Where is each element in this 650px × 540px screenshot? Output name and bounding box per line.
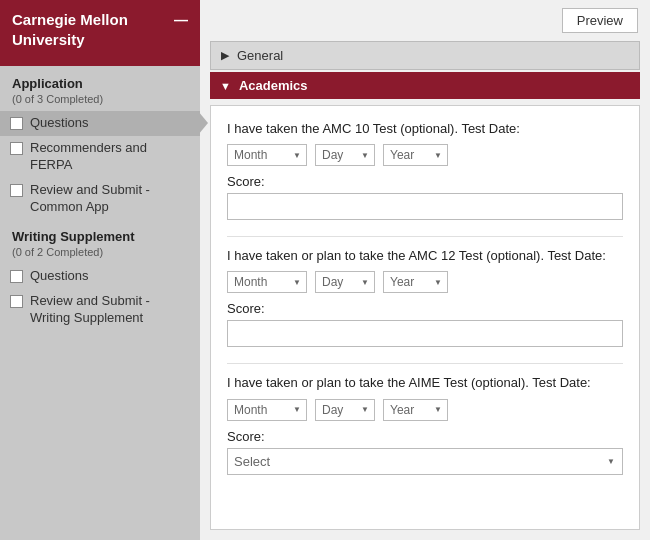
sidebar-item-review-writing[interactable]: Review and Submit - Writing Supplement bbox=[0, 289, 200, 331]
amc10-score-label: Score: bbox=[227, 174, 623, 189]
sidebar-item-label: Questions bbox=[30, 268, 89, 285]
amc12-year-wrap: Year bbox=[383, 271, 448, 293]
amc12-label: I have taken or plan to take the AMC 12 … bbox=[227, 247, 623, 265]
amc12-date-row: Month Day Year bbox=[227, 271, 623, 293]
sidebar: Carnegie Mellon University — Application… bbox=[0, 0, 200, 540]
amc12-block: I have taken or plan to take the AMC 12 … bbox=[227, 247, 623, 347]
general-section-label: General bbox=[237, 48, 283, 63]
writing-supplement-subtitle: (0 of 2 Completed) bbox=[0, 246, 200, 264]
sidebar-item-label: Review and Submit - Writing Supplement bbox=[30, 293, 188, 327]
academics-section-label: Academics bbox=[239, 78, 308, 93]
amc10-day-wrap: Day bbox=[315, 144, 375, 166]
application-section-title: Application bbox=[0, 66, 200, 93]
checkbox-writing-questions[interactable] bbox=[10, 270, 23, 283]
amc12-month-wrap: Month bbox=[227, 271, 307, 293]
general-accordion-header[interactable]: ▶ General bbox=[210, 41, 640, 70]
aime-year-wrap: Year bbox=[383, 399, 448, 421]
preview-button[interactable]: Preview bbox=[562, 8, 638, 33]
amc10-block: I have taken the AMC 10 Test (optional).… bbox=[227, 120, 623, 220]
amc10-month-select[interactable]: Month bbox=[227, 144, 307, 166]
amc10-label: I have taken the AMC 10 Test (optional).… bbox=[227, 120, 623, 138]
amc10-year-select[interactable]: Year bbox=[383, 144, 448, 166]
sidebar-item-label: Review and Submit - Common App bbox=[30, 182, 188, 216]
sidebar-item-review-common[interactable]: Review and Submit - Common App bbox=[0, 178, 200, 220]
aime-score-select-wrap: Select bbox=[227, 448, 623, 475]
application-section-subtitle: (0 of 3 Completed) bbox=[0, 93, 200, 111]
aime-label: I have taken or plan to take the AIME Te… bbox=[227, 374, 623, 392]
aime-date-row: Month Day Year bbox=[227, 399, 623, 421]
amc12-month-select[interactable]: Month bbox=[227, 271, 307, 293]
checkbox-review-writing[interactable] bbox=[10, 295, 23, 308]
main-content: Preview ▶ General ▼ Academics I have tak… bbox=[200, 0, 650, 540]
academics-accordion-header[interactable]: ▼ Academics bbox=[210, 72, 640, 99]
sidebar-item-label: Recommenders and FERPA bbox=[30, 140, 188, 174]
amc10-year-wrap: Year bbox=[383, 144, 448, 166]
academics-arrow-icon: ▼ bbox=[220, 80, 231, 92]
checkbox-review-common[interactable] bbox=[10, 184, 23, 197]
amc12-score-input[interactable] bbox=[227, 320, 623, 347]
aime-month-select[interactable]: Month bbox=[227, 399, 307, 421]
aime-year-select[interactable]: Year bbox=[383, 399, 448, 421]
aime-day-wrap: Day bbox=[315, 399, 375, 421]
amc12-day-select[interactable]: Day bbox=[315, 271, 375, 293]
form-content: I have taken the AMC 10 Test (optional).… bbox=[210, 105, 640, 530]
divider-2 bbox=[227, 363, 623, 364]
top-bar: Preview bbox=[200, 0, 650, 41]
sidebar-item-writing-questions[interactable]: Questions bbox=[0, 264, 200, 289]
sidebar-title: Carnegie Mellon University bbox=[12, 10, 174, 49]
writing-supplement-section-title: Writing Supplement bbox=[0, 219, 200, 246]
sidebar-item-questions[interactable]: Questions bbox=[0, 111, 200, 136]
checkbox-recommenders[interactable] bbox=[10, 142, 23, 155]
amc10-score-input[interactable] bbox=[227, 193, 623, 220]
amc12-day-wrap: Day bbox=[315, 271, 375, 293]
sidebar-item-label: Questions bbox=[30, 115, 89, 132]
amc10-date-row: Month Day Year bbox=[227, 144, 623, 166]
general-accordion: ▶ General ▼ Academics bbox=[210, 41, 640, 99]
amc10-day-select[interactable]: Day bbox=[315, 144, 375, 166]
general-arrow-icon: ▶ bbox=[221, 49, 229, 62]
aime-block: I have taken or plan to take the AIME Te… bbox=[227, 374, 623, 474]
aime-month-wrap: Month bbox=[227, 399, 307, 421]
divider-1 bbox=[227, 236, 623, 237]
amc12-year-select[interactable]: Year bbox=[383, 271, 448, 293]
aime-score-select[interactable]: Select bbox=[227, 448, 623, 475]
checkbox-questions[interactable] bbox=[10, 117, 23, 130]
amc10-month-wrap: Month bbox=[227, 144, 307, 166]
aime-score-label: Score: bbox=[227, 429, 623, 444]
sidebar-header: Carnegie Mellon University — bbox=[0, 0, 200, 66]
amc12-score-label: Score: bbox=[227, 301, 623, 316]
aime-day-select[interactable]: Day bbox=[315, 399, 375, 421]
sidebar-item-recommenders[interactable]: Recommenders and FERPA bbox=[0, 136, 200, 178]
minimize-button[interactable]: — bbox=[174, 12, 188, 28]
